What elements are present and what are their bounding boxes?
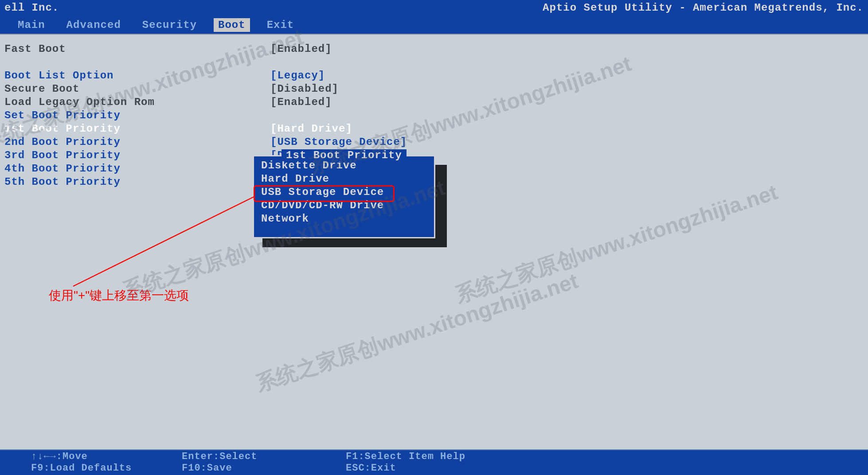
footer-hint-help: F1:Select Item Help (346, 451, 465, 463)
blank-row (4, 56, 864, 69)
footer-help-bar: ↑↓←→:Move Enter:Select F1:Select Item He… (0, 449, 868, 475)
bios-screen: ell Inc. Aptio Setup Utility - American … (0, 0, 868, 475)
setting-label: 3rd Boot Priority (4, 149, 270, 162)
setting-label: 1st Boot Priority (4, 122, 270, 136)
setting-fast-boot[interactable]: Fast Boot [Enabled] (4, 43, 864, 56)
watermark: 系统之家原创www.xitongzhijia.net (452, 178, 781, 309)
setting-set-boot-priority[interactable]: Set Boot Priority (4, 109, 864, 122)
popup-option-usb-storage-device[interactable]: USB Storage Device (259, 186, 429, 199)
utility-title: Aptio Setup Utility - American Megatrend… (543, 1, 864, 15)
setting-boot-list-option[interactable]: Boot List Option [Legacy] (4, 69, 864, 82)
setting-label: Secure Boot (4, 82, 270, 96)
popup-option-network[interactable]: Network (259, 212, 429, 226)
setting-value: [Disabled] (270, 82, 339, 96)
setting-label: 4th Boot Priority (4, 162, 270, 175)
footer-hint-select: Enter:Select (182, 451, 346, 463)
setting-label: Boot List Option (4, 69, 270, 82)
watermark: 系统之家原创www.xitongzhijia.net (252, 267, 582, 398)
tab-main[interactable]: Main (13, 18, 50, 32)
footer-hint-save: F10:Save (182, 463, 346, 474)
footer-hint-defaults: F9:Load Defaults (31, 463, 182, 474)
boot-priority-popup: 1st Boot Priority Diskette Drive Hard Dr… (253, 155, 435, 238)
vendor-text: ell Inc. (4, 1, 59, 15)
tab-security[interactable]: Security (138, 18, 201, 32)
setting-value: [USB Storage Device] (270, 136, 407, 149)
popup-option-cd-dvd-drive[interactable]: CD/DVD/CD-RW Drive (259, 199, 429, 212)
tab-boot[interactable]: Boot (214, 18, 250, 32)
setting-value: [Enabled] (270, 96, 332, 109)
tab-exit[interactable]: Exit (262, 18, 299, 32)
setting-label: Set Boot Priority (4, 109, 270, 122)
setting-load-legacy-option-rom[interactable]: Load Legacy Option Rom [Enabled] (4, 96, 864, 109)
footer-hint-exit: ESC:Exit (346, 463, 396, 474)
setting-label: 5th Boot Priority (4, 175, 270, 189)
popup-option-hard-drive[interactable]: Hard Drive (259, 172, 429, 186)
main-settings-area: Fast Boot [Enabled] Boot List Option [Le… (0, 34, 868, 449)
setting-label: 2nd Boot Priority (4, 136, 270, 149)
svg-line-0 (73, 196, 255, 286)
setting-value: [Hard Drive] (270, 122, 352, 136)
popup-title: 1st Boot Priority (282, 149, 407, 161)
menu-bar: Main Advanced Security Boot Exit (0, 16, 868, 34)
setting-value: [Legacy] (270, 69, 325, 82)
footer-hint-move: ↑↓←→:Move (31, 451, 182, 463)
annotation-caption: 使用"+"键上移至第一选项 (49, 287, 189, 304)
setting-value: [Enabled] (270, 43, 332, 56)
tab-advanced[interactable]: Advanced (62, 18, 125, 32)
setting-label: Load Legacy Option Rom (4, 96, 270, 109)
setting-label: Fast Boot (4, 43, 270, 56)
setting-1st-boot-priority[interactable]: 1st Boot Priority [Hard Drive] (4, 122, 864, 136)
setting-secure-boot[interactable]: Secure Boot [Disabled] (4, 82, 864, 96)
header-bar: ell Inc. Aptio Setup Utility - American … (0, 0, 868, 16)
setting-2nd-boot-priority[interactable]: 2nd Boot Priority [USB Storage Device] (4, 136, 864, 149)
